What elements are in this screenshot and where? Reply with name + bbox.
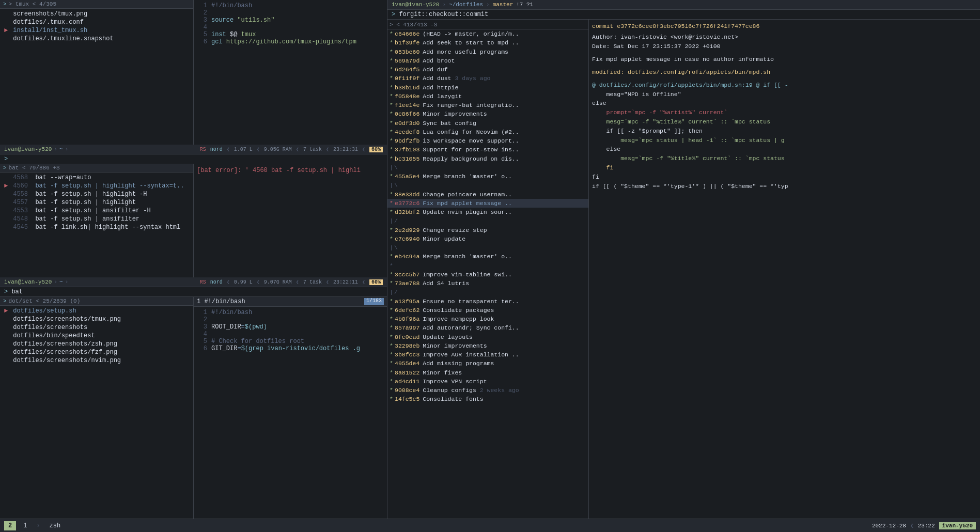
code-line: 4 [197,24,384,31]
prompt-bar-1: ivan@ivan-y520 › ~ › RS nord ❮ 1.07 L ❮ … [0,145,387,154]
ram-2: 9.07G RAM [264,279,292,285]
git-commit-line[interactable]: * 4b0f96a Improve ncmpcpp look [387,315,588,323]
git-msg: Add httpie [423,83,458,92]
git-msg: Add lazygit [423,92,462,101]
list-item[interactable]: dotfiles/screenshots/tmux.png [2,315,191,323]
git-commit-line[interactable]: * 88e33dd Change poincare usernam.. [387,190,588,199]
git-commit-line[interactable]: * f05848e Add lazygit [387,92,588,101]
tmux-pane-title: > tmux < 4/305 [9,1,56,7]
sep: › [486,2,490,8]
code-pane-1: 1 #!/bin/bash 2 3 source "utils.sh" 4 [194,0,387,145]
git-commit-line[interactable]: * 6d264f5 Add duf [387,65,588,74]
git-commit-line[interactable]: * 8a81522 Minor fixes [387,368,588,377]
list-item[interactable]: dotfiles/.tmux.conf [2,18,191,26]
git-commit-line[interactable]: * b38b16d Add httpie [387,83,588,92]
git-hash: d32bbf2 [395,208,419,216]
git-msg: Minor fixes [423,368,462,377]
git-commit-line[interactable]: * 4eedef8 Lua config for Neovim (#2.. [387,128,588,136]
git-commit-line[interactable]: * c64666e (HEAD -> master, origin/m.. [387,29,588,38]
git-commit-line[interactable]: * ad4cd11 Improve VPN script [387,377,588,386]
tab-zsh[interactable]: zsh [45,521,65,530]
diff-blank [592,51,977,55]
git-commit-line[interactable]: * 3b0fcc3 Improve AUR installation .. [387,350,588,359]
status-tabs: 2 1 › zsh [4,521,65,530]
git-commit-line[interactable]: * a13f95a Ensure no transparent ter.. [387,297,588,306]
git-commit-line[interactable]: * 9bdf2fb i3 workspace move support.. [387,136,588,145]
list-item[interactable]: dotfiles/screenshots/fzf.png [2,348,191,356]
diff-hunk-header: @ dotfiles/.config/rofi/applets/bin/mpd.… [592,81,977,89]
git-log[interactable]: > < 413/413 -S * c64666e (HEAD -> master… [387,20,589,519]
git-msg: Add S4 lutris [423,279,469,288]
git-msg: Update nvim plugin sour.. [423,208,512,216]
git-commit-line[interactable]: * 569a79d Add broot [387,56,588,65]
list-item[interactable]: dotfiles/screenshots/nvim.png [2,356,191,365]
tmux-pane-header: > > tmux < 4/305 [0,0,193,9]
git-msg: Sync bat config [423,119,476,128]
git-msg: \ [394,243,398,252]
git-hash: 73ae788 [395,279,419,288]
git-hash: 14fe5c5 [395,395,419,403]
git-commit-line[interactable]: * 0f11f9f Add dust 3 days ago [387,74,588,83]
list-item[interactable]: dotfiles/bin/speedtest [2,332,191,340]
tab-1[interactable]: 1 [19,521,31,530]
git-marker: * [390,145,394,154]
git-commit-line[interactable]: * 37fb103 Support for post-stow ins.. [387,145,588,154]
git-commit-line[interactable]: * 2e2d929 Change resize step [387,226,588,234]
git-commit-line[interactable]: * 053be60 Add more useful programs [387,48,588,56]
list-item[interactable]: 4548 bat -f setup.sh | ansifilter [2,215,191,223]
dotset-items[interactable]: ► dotfiles/setup.sh dotfiles/screenshots… [0,306,193,366]
git-msg: Cleanup configs 2 weeks ago [423,386,519,395]
git-commit-line[interactable]: * f1ee14e Fix ranger-bat integratio.. [387,101,588,109]
git-commit-line[interactable]: * bc31055 Reapply background on dis.. [387,154,588,163]
list-item-active[interactable]: ► install/inst_tmux.sh [2,26,191,35]
git-marker: * [390,128,394,136]
code-text: GIT_DIR=$(grep ivan-ristovic/dotfiles .g [211,345,360,352]
list-item-active[interactable]: ► 4560 bat -f setup.sh | highlight --syn… [2,182,191,190]
git-marker: * [390,323,394,332]
tmux-file-list[interactable]: screenshots/tmux.png dotfiles/.tmux.conf… [0,9,193,44]
git-commit-line-selected[interactable]: * e3772c6 Fix mpd applet message .. [387,199,588,208]
code-line: 1 #!/bin/bash [197,2,384,9]
tab-2[interactable]: 2 [4,521,16,530]
git-commit-line[interactable]: * d32bbf2 Update nvim plugin sour.. [387,208,588,216]
git-commit-line[interactable]: * c7c6940 Minor update [387,234,588,243]
git-commit-line[interactable]: * 73ae788 Add S4 lutris [387,279,588,288]
list-item[interactable]: dotfiles/.tmuxline.snapshot [2,35,191,43]
spacer [4,324,9,331]
git-commit-line[interactable]: * 14fe5c5 Consolidate fonts [387,395,588,403]
list-item[interactable]: 4553 bat -f setup.sh | ansifilter -H [2,207,191,215]
git-marker: * [390,350,394,359]
git-commit-line[interactable]: * b1f39fe Add seek to start to mpd .. [387,38,588,47]
list-item[interactable]: dotfiles/screenshots/zsh.png [2,340,191,348]
list-item-active[interactable]: ► dotfiles/setup.sh [2,307,191,315]
git-hash: ad4cd11 [395,377,419,386]
list-item[interactable]: 4545 bat -f link.sh| highlight --syntax … [2,223,191,231]
git-commit-line[interactable]: * 3ccc5b7 Improve vim-tabline swi.. [387,270,588,279]
list-item[interactable]: dotfiles/screenshots [2,323,191,332]
git-commit-line[interactable]: * 9008ce4 Cleanup configs 2 weeks ago [387,386,588,395]
git-commit-line[interactable]: * 4955de4 Add missing programs [387,359,588,368]
git-tree-char: | [390,243,393,252]
git-commit-line[interactable]: * eb4c94a Merge branch 'master' o.. [387,252,588,261]
list-item[interactable]: 4558 bat -f setup.sh | highlight -H [2,190,191,198]
git-commit-line[interactable]: * 32298eb Minor improvements [387,341,588,350]
list-item[interactable]: screenshots/tmux.png [2,10,191,18]
git-hash: 8fc0cad [395,333,419,341]
list-item[interactable]: 4568 bat --wrap=auto [2,174,191,182]
right-content: > < 413/413 -S * c64666e (HEAD -> master… [387,20,980,519]
git-msg: Fix ranger-bat integratio.. [423,101,519,109]
git-commit-line[interactable]: * 455a5e4 Merge branch 'master' o.. [387,172,588,181]
spacer [4,316,9,323]
git-commit-line: | \ [387,181,588,190]
git-commit-line[interactable]: * e0df3d0 Sync bat config [387,119,588,128]
git-commit-line[interactable]: * 6defc62 Consolidate packages [387,306,588,315]
git-commit-line[interactable]: * 8fc0cad Update layouts [387,333,588,341]
bat-history-list[interactable]: 4568 bat --wrap=auto ► 4560 bat -f setup… [0,173,193,232]
git-commit-line[interactable]: * 857a997 Add autorandr; Sync confi.. [387,323,588,332]
list-item[interactable]: 4557 bat -f setup.sh | highlight [2,198,191,207]
git-marker: * [390,119,394,128]
code-text: source "utils.sh" [211,17,274,24]
git-marker: * [390,29,394,38]
git-commit-line[interactable]: * 0c86f66 Minor improvements [387,109,588,118]
cmd-prompt-1: > [0,154,387,164]
